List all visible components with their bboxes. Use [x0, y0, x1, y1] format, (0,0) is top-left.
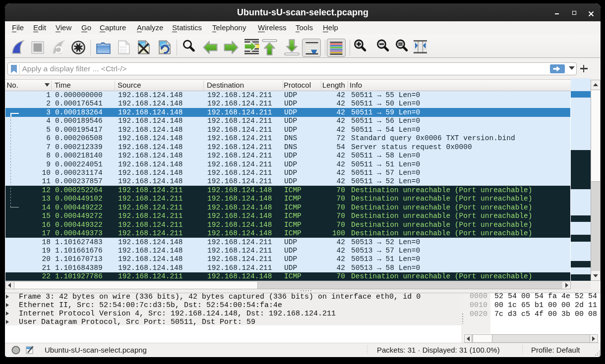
svg-text:0111: 0111: [120, 51, 127, 54]
